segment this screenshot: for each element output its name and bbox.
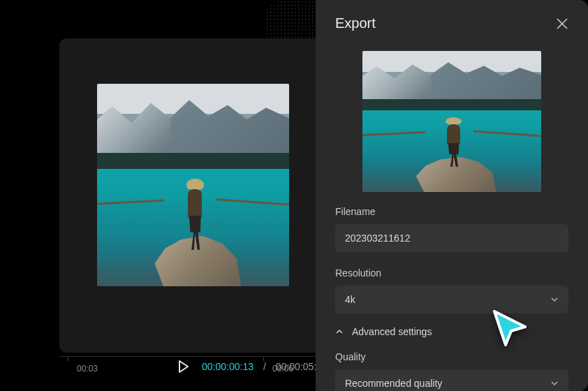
preview-thumbnail (97, 84, 289, 286)
advanced-settings-toggle[interactable]: Advanced settings (335, 326, 568, 337)
video-preview[interactable] (97, 84, 289, 286)
quality-label: Quality (335, 351, 568, 362)
filename-input[interactable] (335, 224, 568, 252)
close-button[interactable] (556, 17, 568, 30)
quality-value: Recommended quality (345, 378, 442, 389)
chevron-down-icon (550, 295, 559, 304)
timeline-tick: 00:03 (77, 364, 98, 374)
advanced-label: Advanced settings (352, 326, 432, 337)
chevron-down-icon (550, 379, 559, 388)
export-panel: Export Filename Resolution 4k Advanced s… (316, 0, 588, 391)
timeline-tick: 00:06 (272, 364, 293, 374)
resolution-select[interactable]: 4k (335, 286, 568, 313)
resolution-label: Resolution (335, 267, 568, 279)
panel-title: Export (335, 15, 376, 31)
chevron-up-icon (335, 327, 344, 336)
quality-select[interactable]: Recommended quality (335, 369, 568, 391)
resolution-value: 4k (345, 294, 355, 305)
close-icon (557, 18, 568, 29)
export-preview (362, 51, 541, 192)
filename-label: Filename (335, 206, 568, 217)
cursor-pointer (489, 307, 532, 351)
preview-panel: 00:00:00:13 / 00:00:05:00 (59, 38, 339, 353)
